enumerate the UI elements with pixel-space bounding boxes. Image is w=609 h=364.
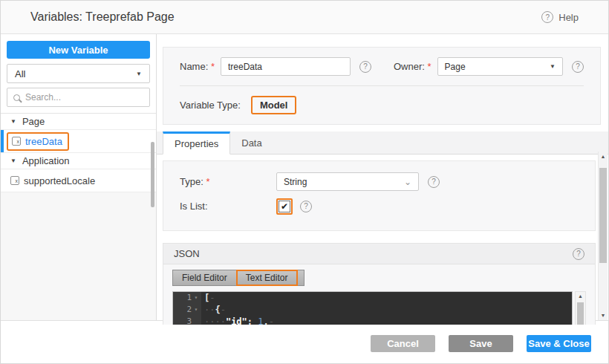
code-line[interactable]: 2▾··{-	[173, 304, 572, 316]
line-number: 2▾	[173, 304, 201, 316]
dialog-footer: Cancel Save Save & Close	[1, 320, 608, 363]
variables-dialog: Variables: Treeprefab Page ? Help New Va…	[0, 0, 609, 364]
field-editor-button[interactable]: Field Editor	[173, 270, 237, 285]
save-and-close-button[interactable]: Save & Close	[527, 335, 591, 352]
properties-tab-content: Type: * String ⌄ ? Is List: ✔ ?	[157, 155, 608, 325]
json-help-icon[interactable]: ?	[573, 248, 584, 260]
variable-summary-panel: Name: * ? Owner: * Page ▼ ? Variable Typ…	[163, 47, 601, 125]
tree-group-page[interactable]: ▼ Page	[1, 114, 156, 130]
properties-panel: Type: * String ⌄ ? Is List: ✔ ?	[163, 160, 596, 231]
code-line[interactable]: 1▾[-	[173, 292, 572, 304]
is-list-help-icon[interactable]: ?	[300, 201, 312, 212]
json-panel: JSON ? Field Editor Text Editor 1▾[-2▾··…	[163, 243, 596, 325]
is-list-label: Is List:	[180, 201, 276, 212]
variables-tree: ▼ Page x treeData ▼ Application x s	[1, 113, 156, 192]
chevron-down-icon: ⌄	[404, 178, 411, 186]
sidebar-scrollbar-thumb[interactable]	[151, 142, 154, 207]
type-selected-value: String	[284, 177, 307, 187]
fold-caret-icon: ▾	[193, 292, 199, 304]
model-variable-icon: x	[12, 137, 21, 146]
tree-item-treedata[interactable]: x treeData	[1, 130, 156, 153]
content-scrollbar-thumb[interactable]	[599, 168, 607, 263]
variable-filter-select[interactable]: All ▼	[7, 64, 150, 83]
selected-item-highlight: x treeData	[7, 132, 69, 151]
search-icon	[13, 94, 20, 101]
collapse-caret-icon: ▼	[10, 157, 16, 164]
chevron-down-icon: ▼	[550, 63, 556, 70]
new-variable-button[interactable]: New Variable	[7, 41, 150, 59]
type-select[interactable]: String ⌄	[276, 172, 419, 191]
tab-properties[interactable]: Properties	[163, 131, 230, 155]
variable-type-label: Variable Type:	[180, 100, 241, 111]
mode-toggle-filler	[297, 270, 304, 285]
line-number: 3	[173, 316, 201, 325]
content-scrollbar[interactable]: ▲ ▼	[598, 152, 608, 320]
save-button[interactable]: Save	[449, 335, 513, 352]
name-input[interactable]	[221, 57, 351, 76]
name-help-icon[interactable]: ?	[359, 61, 371, 73]
divider	[180, 85, 584, 86]
fold-caret-icon: ▾	[193, 304, 199, 316]
cancel-button[interactable]: Cancel	[371, 335, 435, 352]
is-list-checkbox-highlight: ✔	[276, 198, 293, 215]
tab-data[interactable]: Data	[230, 131, 273, 154]
line-number: 1▾	[173, 292, 201, 304]
name-label: Name: *	[180, 61, 215, 72]
scroll-up-icon[interactable]: ▲	[576, 292, 585, 301]
scroll-up-icon[interactable]: ▲	[599, 154, 608, 159]
sidebar-filler	[1, 192, 156, 320]
variables-sidebar: New Variable All ▼ ▼ Page x	[1, 34, 157, 320]
help-label: Help	[558, 12, 579, 23]
owner-selected-value: Page	[445, 62, 466, 72]
text-editor-button[interactable]: Text Editor	[237, 270, 298, 285]
dialog-header: Variables: Treeprefab Page ? Help	[1, 1, 608, 34]
code-line[interactable]: 3····"id": 1,-	[173, 316, 572, 325]
tree-group-application[interactable]: ▼ Application	[1, 153, 156, 169]
owner-help-icon[interactable]: ?	[572, 61, 584, 73]
collapse-caret-icon: ▼	[10, 118, 16, 125]
page-title: Variables: Treeprefab Page	[30, 10, 175, 24]
filter-selected-value: All	[15, 68, 25, 79]
model-variable-icon: x	[10, 176, 19, 185]
owner-label: Owner: *	[394, 61, 431, 72]
type-help-icon[interactable]: ?	[428, 176, 440, 188]
tree-item-supportedlocale[interactable]: x supportedLocale	[1, 169, 156, 192]
help-link[interactable]: ? Help	[541, 11, 579, 23]
variable-type-value-highlight: Model	[251, 96, 297, 114]
owner-select[interactable]: Page ▼	[437, 57, 563, 76]
variable-detail-pane: Name: * ? Owner: * Page ▼ ? Variable Typ…	[157, 34, 608, 320]
search-input[interactable]	[25, 92, 143, 103]
editor-scrollbar-thumb[interactable]	[577, 302, 584, 325]
search-box[interactable]	[7, 88, 150, 107]
scroll-down-icon[interactable]: ▼	[599, 313, 608, 318]
type-label: Type: *	[180, 176, 276, 187]
help-icon: ?	[541, 11, 553, 23]
editor-mode-toggle: Field Editor Text Editor	[172, 270, 304, 286]
json-panel-title: JSON	[174, 248, 200, 259]
chevron-down-icon: ▼	[136, 71, 142, 77]
is-list-checkbox[interactable]: ✔	[279, 201, 290, 212]
editor-scrollbar[interactable]: ▲	[575, 291, 586, 325]
detail-tabs: Properties Data	[157, 131, 608, 155]
code-lines: 1▾[-2▾··{-3····"id": 1,-4····"title": "1…	[173, 292, 572, 325]
json-code-editor[interactable]: 1▾[-2▾··{-3····"id": 1,-4····"title": "1…	[172, 291, 573, 325]
